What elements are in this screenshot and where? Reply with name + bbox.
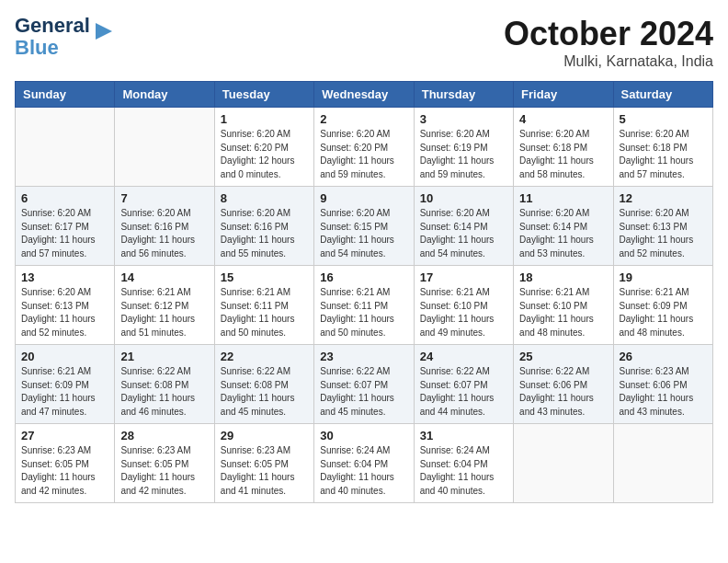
day-info: Sunrise: 6:20 AM Sunset: 6:15 PM Dayligh… <box>320 207 407 260</box>
day-info: Sunrise: 6:24 AM Sunset: 6:04 PM Dayligh… <box>320 444 407 498</box>
weekday-header-friday: Friday <box>514 82 613 108</box>
calendar-cell: 10Sunrise: 6:20 AM Sunset: 6:14 PM Dayli… <box>414 187 513 266</box>
day-info: Sunrise: 6:20 AM Sunset: 6:16 PM Dayligh… <box>221 207 308 260</box>
day-info: Sunrise: 6:20 AM Sunset: 6:16 PM Dayligh… <box>120 207 208 260</box>
day-number: 19 <box>620 270 707 284</box>
calendar-cell: 31Sunrise: 6:24 AM Sunset: 6:04 PM Dayli… <box>414 424 513 503</box>
day-info: Sunrise: 6:23 AM Sunset: 6:05 PM Dayligh… <box>21 444 108 498</box>
calendar-cell: 14Sunrise: 6:21 AM Sunset: 6:12 PM Dayli… <box>115 266 214 345</box>
day-number: 12 <box>620 191 707 205</box>
day-number: 27 <box>21 429 108 442</box>
calendar-cell: 2Sunrise: 6:20 AM Sunset: 6:20 PM Daylig… <box>314 108 414 187</box>
calendar-cell: 4Sunrise: 6:20 AM Sunset: 6:18 PM Daylig… <box>514 108 613 187</box>
weekday-header-wednesday: Wednesday <box>314 82 414 108</box>
calendar-body: 1Sunrise: 6:20 AM Sunset: 6:20 PM Daylig… <box>16 108 713 503</box>
weekday-header-monday: Monday <box>115 82 214 108</box>
calendar-cell: 8Sunrise: 6:20 AM Sunset: 6:16 PM Daylig… <box>214 187 313 266</box>
location-title: Mulki, Karnataka, India <box>504 53 713 70</box>
calendar-cell: 18Sunrise: 6:21 AM Sunset: 6:10 PM Dayli… <box>514 266 613 345</box>
calendar-week-row: 6Sunrise: 6:20 AM Sunset: 6:17 PM Daylig… <box>16 187 713 266</box>
day-number: 20 <box>21 350 108 363</box>
calendar-cell: 20Sunrise: 6:21 AM Sunset: 6:09 PM Dayli… <box>16 345 115 424</box>
day-number: 18 <box>519 270 607 284</box>
weekday-header-sunday: Sunday <box>16 82 115 108</box>
day-number: 31 <box>420 429 507 442</box>
calendar-cell: 25Sunrise: 6:22 AM Sunset: 6:06 PM Dayli… <box>514 345 613 424</box>
day-number: 22 <box>221 350 308 363</box>
calendar-cell: 24Sunrise: 6:22 AM Sunset: 6:07 PM Dayli… <box>414 345 513 424</box>
day-number: 26 <box>620 350 707 363</box>
weekday-header-thursday: Thursday <box>414 82 513 108</box>
day-info: Sunrise: 6:20 AM Sunset: 6:14 PM Dayligh… <box>420 207 507 260</box>
calendar-cell: 26Sunrise: 6:23 AM Sunset: 6:06 PM Dayli… <box>613 345 712 424</box>
calendar-cell: 23Sunrise: 6:22 AM Sunset: 6:07 PM Dayli… <box>314 345 414 424</box>
day-info: Sunrise: 6:21 AM Sunset: 6:10 PM Dayligh… <box>519 286 607 339</box>
day-info: Sunrise: 6:22 AM Sunset: 6:08 PM Dayligh… <box>120 365 208 419</box>
day-info: Sunrise: 6:23 AM Sunset: 6:05 PM Dayligh… <box>221 444 308 498</box>
day-info: Sunrise: 6:20 AM Sunset: 6:18 PM Dayligh… <box>519 128 607 181</box>
title-block: October 2024 Mulki, Karnataka, India <box>504 15 713 70</box>
day-number: 29 <box>221 429 308 442</box>
day-info: Sunrise: 6:22 AM Sunset: 6:08 PM Dayligh… <box>221 365 308 419</box>
calendar-cell: 16Sunrise: 6:21 AM Sunset: 6:11 PM Dayli… <box>314 266 414 345</box>
calendar-cell: 7Sunrise: 6:20 AM Sunset: 6:16 PM Daylig… <box>115 187 214 266</box>
logo: GeneralBlue <box>15 15 114 59</box>
day-number: 7 <box>120 191 208 205</box>
day-info: Sunrise: 6:22 AM Sunset: 6:07 PM Dayligh… <box>320 365 407 419</box>
day-number: 30 <box>320 429 407 442</box>
weekday-header-tuesday: Tuesday <box>214 82 313 108</box>
day-info: Sunrise: 6:20 AM Sunset: 6:13 PM Dayligh… <box>620 207 707 260</box>
svg-marker-0 <box>96 23 112 40</box>
day-number: 4 <box>519 112 607 126</box>
calendar-cell: 11Sunrise: 6:20 AM Sunset: 6:14 PM Dayli… <box>514 187 613 266</box>
day-number: 3 <box>420 112 507 126</box>
calendar-week-row: 27Sunrise: 6:23 AM Sunset: 6:05 PM Dayli… <box>16 424 713 503</box>
day-info: Sunrise: 6:21 AM Sunset: 6:09 PM Dayligh… <box>21 365 108 419</box>
calendar-cell: 15Sunrise: 6:21 AM Sunset: 6:11 PM Dayli… <box>214 266 313 345</box>
calendar-cell: 13Sunrise: 6:20 AM Sunset: 6:13 PM Dayli… <box>16 266 115 345</box>
day-info: Sunrise: 6:21 AM Sunset: 6:09 PM Dayligh… <box>620 286 707 339</box>
day-info: Sunrise: 6:21 AM Sunset: 6:11 PM Dayligh… <box>320 286 407 339</box>
day-number: 5 <box>620 112 707 126</box>
day-number: 15 <box>221 270 308 284</box>
calendar-cell <box>115 108 214 187</box>
page-header: GeneralBlue October 2024 Mulki, Karnatak… <box>15 15 713 70</box>
day-info: Sunrise: 6:20 AM Sunset: 6:13 PM Dayligh… <box>21 286 108 339</box>
calendar-cell: 1Sunrise: 6:20 AM Sunset: 6:20 PM Daylig… <box>214 108 313 187</box>
calendar-cell: 12Sunrise: 6:20 AM Sunset: 6:13 PM Dayli… <box>613 187 712 266</box>
day-info: Sunrise: 6:20 AM Sunset: 6:18 PM Dayligh… <box>620 128 707 181</box>
day-number: 16 <box>320 270 407 284</box>
day-info: Sunrise: 6:20 AM Sunset: 6:14 PM Dayligh… <box>519 207 607 260</box>
calendar-cell: 21Sunrise: 6:22 AM Sunset: 6:08 PM Dayli… <box>115 345 214 424</box>
calendar-cell: 9Sunrise: 6:20 AM Sunset: 6:15 PM Daylig… <box>314 187 414 266</box>
day-info: Sunrise: 6:20 AM Sunset: 6:17 PM Dayligh… <box>21 207 108 260</box>
calendar-cell: 22Sunrise: 6:22 AM Sunset: 6:08 PM Dayli… <box>214 345 313 424</box>
calendar-cell <box>514 424 613 503</box>
calendar-cell: 6Sunrise: 6:20 AM Sunset: 6:17 PM Daylig… <box>16 187 115 266</box>
logo-text: GeneralBlue <box>15 15 90 59</box>
day-number: 9 <box>320 191 407 205</box>
day-number: 11 <box>519 191 607 205</box>
calendar-week-row: 1Sunrise: 6:20 AM Sunset: 6:20 PM Daylig… <box>16 108 713 187</box>
day-number: 10 <box>420 191 507 205</box>
day-number: 17 <box>420 270 507 284</box>
calendar-cell: 5Sunrise: 6:20 AM Sunset: 6:18 PM Daylig… <box>613 108 712 187</box>
day-info: Sunrise: 6:21 AM Sunset: 6:12 PM Dayligh… <box>120 286 208 339</box>
day-info: Sunrise: 6:23 AM Sunset: 6:05 PM Dayligh… <box>120 444 208 498</box>
day-info: Sunrise: 6:22 AM Sunset: 6:07 PM Dayligh… <box>420 365 507 419</box>
day-number: 23 <box>320 350 407 363</box>
calendar-cell: 19Sunrise: 6:21 AM Sunset: 6:09 PM Dayli… <box>613 266 712 345</box>
day-number: 14 <box>120 270 208 284</box>
calendar-cell: 28Sunrise: 6:23 AM Sunset: 6:05 PM Dayli… <box>115 424 214 503</box>
month-title: October 2024 <box>504 15 713 53</box>
day-info: Sunrise: 6:23 AM Sunset: 6:06 PM Dayligh… <box>620 365 707 419</box>
day-info: Sunrise: 6:21 AM Sunset: 6:10 PM Dayligh… <box>420 286 507 339</box>
day-number: 25 <box>519 350 607 363</box>
calendar-cell <box>16 108 115 187</box>
day-number: 6 <box>21 191 108 205</box>
weekday-header-saturday: Saturday <box>613 82 712 108</box>
day-number: 13 <box>21 270 108 284</box>
calendar-week-row: 13Sunrise: 6:20 AM Sunset: 6:13 PM Dayli… <box>16 266 713 345</box>
day-info: Sunrise: 6:20 AM Sunset: 6:20 PM Dayligh… <box>221 128 308 181</box>
calendar-cell: 17Sunrise: 6:21 AM Sunset: 6:10 PM Dayli… <box>414 266 513 345</box>
